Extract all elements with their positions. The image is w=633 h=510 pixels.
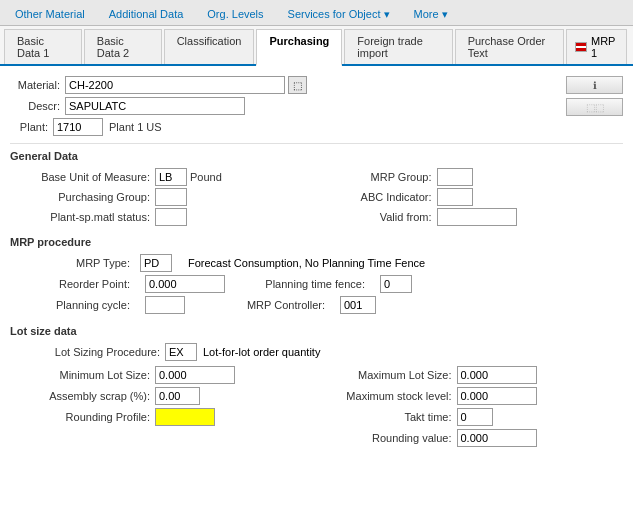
plant-mat-status-row: Plant-sp.matl status: [30, 208, 322, 226]
tab-basic-data-2[interactable]: Basic Data 2 [84, 29, 162, 64]
tab-mrp-1-label: MRP 1 [591, 35, 618, 59]
max-stock-level-input[interactable] [457, 387, 537, 405]
descr-input[interactable] [65, 97, 245, 115]
mrp-type-label: MRP Type: [30, 257, 130, 269]
tab-services-for-object[interactable]: Services for Object [277, 3, 401, 25]
assembly-scrap-input[interactable] [155, 387, 200, 405]
lot-sizing-proc-desc: Lot-for-lot order quantity [203, 346, 320, 358]
purch-group-label: Purchasing Group: [30, 191, 150, 203]
header-fields: Material: ⬚ Descr: Plant: Plant 1 US ℹ ⬚… [10, 72, 623, 144]
material-search-btn[interactable]: ⬚ [288, 76, 307, 94]
descr-row: Descr: [10, 97, 563, 115]
planning-time-fence-label: Planning time fence: [245, 278, 365, 290]
tab-mrp-1[interactable]: MRP 1 [566, 29, 627, 64]
planning-time-fence-input[interactable] [380, 275, 412, 293]
min-lot-size-label: Minimum Lot Size: [30, 369, 150, 381]
mrp-group-row: MRP Group: [332, 168, 624, 186]
assembly-scrap-label: Assembly scrap (%): [30, 390, 150, 402]
mrp-type-input[interactable] [140, 254, 172, 272]
plant-name: Plant 1 US [109, 121, 162, 133]
lot-sizing-proc-row: Lot Sizing Procedure: Lot-for-lot order … [30, 343, 623, 361]
abc-indicator-row: ABC Indicator: [332, 188, 624, 206]
mrp-controller-label: MRP Controller: [205, 299, 325, 311]
mrp-procedure-header: MRP procedure [10, 236, 623, 250]
max-lot-size-input[interactable] [457, 366, 537, 384]
general-data-left: Base Unit of Measure: Pound Purchasing G… [30, 168, 322, 228]
rounding-value-label: Rounding value: [332, 432, 452, 444]
reorder-point-label: Reorder Point: [30, 278, 130, 290]
max-stock-level-label: Maximum stock level: [332, 390, 452, 402]
header-left: Material: ⬚ Descr: Plant: Plant 1 US [10, 76, 563, 139]
descr-label: Descr: [10, 100, 60, 112]
valid-from-row: Valid from: [332, 208, 624, 226]
max-stock-level-row: Maximum stock level: [332, 387, 624, 405]
lot-size-section: Lot Sizing Procedure: Lot-for-lot order … [30, 343, 623, 450]
lot-size-header: Lot size data [10, 325, 623, 339]
abc-indicator-input[interactable] [437, 188, 473, 206]
max-lot-size-row: Maximum Lot Size: [332, 366, 624, 384]
min-lot-size-row: Minimum Lot Size: [30, 366, 322, 384]
mrp-type-desc: Forecast Consumption, No Planning Time F… [188, 257, 425, 269]
tab-classification[interactable]: Classification [164, 29, 255, 64]
tab-purchasing[interactable]: Purchasing [256, 29, 342, 66]
reorder-point-input[interactable] [145, 275, 225, 293]
plant-input[interactable] [53, 118, 103, 136]
top-tab-bar: Other Material Additional Data Org. Leve… [0, 0, 633, 26]
material-input[interactable] [65, 76, 285, 94]
extra-btn[interactable]: ⬚⬚ [566, 98, 623, 116]
mrp-controller-row: MRP Controller: [205, 296, 376, 314]
general-data-section: Base Unit of Measure: Pound Purchasing G… [30, 168, 623, 228]
lot-right: Maximum Lot Size: Maximum stock level: T… [332, 366, 624, 450]
rounding-value-input[interactable] [457, 429, 537, 447]
valid-from-input[interactable] [437, 208, 517, 226]
lot-left: Minimum Lot Size: Assembly scrap (%): Ro… [30, 366, 322, 450]
base-uom-input[interactable] [155, 168, 187, 186]
base-uom-name: Pound [190, 171, 222, 183]
lot-sizing-proc-label: Lot Sizing Procedure: [30, 346, 160, 358]
header-right: ℹ ⬚⬚ [563, 76, 623, 116]
planning-cycle-row: Planning cycle: [30, 296, 185, 314]
mrp-row3: Planning cycle: MRP Controller: [30, 296, 623, 317]
rounding-profile-row: Rounding Profile: [30, 408, 322, 426]
material-label: Material: [10, 79, 60, 91]
plant-label: Plant: [10, 121, 48, 133]
plant-mat-status-input[interactable] [155, 208, 187, 226]
flag-icon [575, 42, 587, 52]
rounding-value-row: Rounding value: [332, 429, 624, 447]
planning-cycle-label: Planning cycle: [30, 299, 130, 311]
plant-mat-status-label: Plant-sp.matl status: [30, 211, 150, 223]
material-row: Material: ⬚ [10, 76, 563, 94]
assembly-scrap-row: Assembly scrap (%): [30, 387, 322, 405]
tab-org-levels[interactable]: Org. Levels [196, 3, 274, 25]
mrp-group-input[interactable] [437, 168, 473, 186]
tab-other-material[interactable]: Other Material [4, 3, 96, 25]
mrp-type-row: MRP Type: Forecast Consumption, No Plann… [30, 254, 623, 272]
min-lot-size-input[interactable] [155, 366, 235, 384]
tab-additional-data[interactable]: Additional Data [98, 3, 195, 25]
general-data-right: MRP Group: ABC Indicator: Valid from: [332, 168, 624, 228]
purch-group-row: Purchasing Group: [30, 188, 322, 206]
planning-time-fence-row: Planning time fence: [245, 275, 412, 293]
takt-time-input[interactable] [457, 408, 493, 426]
planning-cycle-input[interactable] [145, 296, 185, 314]
purch-group-input[interactable] [155, 188, 187, 206]
info-btn[interactable]: ℹ [566, 76, 623, 94]
max-lot-size-label: Maximum Lot Size: [332, 369, 452, 381]
main-tab-bar: Basic Data 1 Basic Data 2 Classification… [0, 26, 633, 66]
tab-foreign-trade[interactable]: Foreign trade import [344, 29, 452, 64]
lot-sizing-proc-input[interactable] [165, 343, 197, 361]
takt-time-row: Takt time: [332, 408, 624, 426]
mrp-controller-input[interactable] [340, 296, 376, 314]
abc-indicator-label: ABC Indicator: [332, 191, 432, 203]
reorder-point-row: Reorder Point: [30, 275, 225, 293]
valid-from-label: Valid from: [332, 211, 432, 223]
tab-po-text[interactable]: Purchase Order Text [455, 29, 565, 64]
base-uom-row: Base Unit of Measure: Pound [30, 168, 322, 186]
tab-more[interactable]: More [403, 3, 459, 25]
tab-basic-data-1[interactable]: Basic Data 1 [4, 29, 82, 64]
rounding-profile-input[interactable] [155, 408, 215, 426]
content-area: Material: ⬚ Descr: Plant: Plant 1 US ℹ ⬚… [0, 66, 633, 456]
mrp-group-label: MRP Group: [332, 171, 432, 183]
mrp-procedure-section: MRP Type: Forecast Consumption, No Plann… [30, 254, 623, 317]
general-data-header: General Data [10, 150, 623, 164]
